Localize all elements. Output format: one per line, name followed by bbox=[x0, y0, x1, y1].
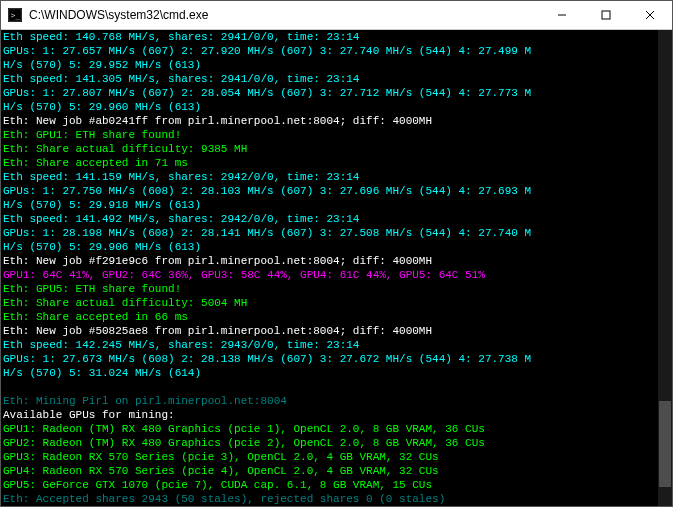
console-line: Eth speed: 141.492 MH/s, shares: 2942/0/… bbox=[3, 212, 658, 226]
titlebar[interactable]: >_ C:\WINDOWS\system32\cmd.exe bbox=[1, 1, 672, 30]
close-button[interactable] bbox=[628, 1, 672, 29]
maximize-button[interactable] bbox=[584, 1, 628, 29]
console-line: GPU1: Radeon (TM) RX 480 Graphics (pcie … bbox=[3, 422, 658, 436]
console-line: Eth: New job #ab0241ff from pirl.minerpo… bbox=[3, 114, 658, 128]
console-line: Available GPUs for mining: bbox=[3, 408, 658, 422]
console-line: Eth: Accepted shares 2943 (50 stales), r… bbox=[3, 492, 658, 506]
console-line: Eth: New job #50825ae8 from pirl.minerpo… bbox=[3, 324, 658, 338]
cmd-icon: >_ bbox=[7, 7, 23, 23]
console-line: GPUs: 1: 27.750 MH/s (608) 2: 28.103 MH/… bbox=[3, 184, 658, 198]
console-line: GPUs: 1: 27.657 MH/s (607) 2: 27.920 MH/… bbox=[3, 44, 658, 58]
console-line: GPU1: 64C 41%, GPU2: 64C 36%, GPU3: 58C … bbox=[3, 268, 658, 282]
console-line: H/s (570) 5: 31.024 MH/s (614) bbox=[3, 366, 658, 380]
svg-text:>_: >_ bbox=[11, 11, 21, 20]
console-line: Eth: Share accepted in 71 ms bbox=[3, 156, 658, 170]
console-line: GPU2: Radeon (TM) RX 480 Graphics (pcie … bbox=[3, 436, 658, 450]
console-line: GPUs: 1: 28.198 MH/s (608) 2: 28.141 MH/… bbox=[3, 226, 658, 240]
console-line: GPU4: Radeon RX 570 Series (pcie 4), Ope… bbox=[3, 464, 658, 478]
console-line: Eth: Share actual difficulty: 9385 MH bbox=[3, 142, 658, 156]
maximize-icon bbox=[601, 10, 611, 20]
console-line: Eth speed: 142.245 MH/s, shares: 2943/0/… bbox=[3, 338, 658, 352]
minimize-icon bbox=[557, 10, 567, 20]
console-line: H/s (570) 5: 29.918 MH/s (613) bbox=[3, 198, 658, 212]
scrollbar-thumb[interactable] bbox=[659, 401, 671, 487]
console-line: GPU3: Radeon RX 570 Series (pcie 3), Ope… bbox=[3, 450, 658, 464]
minimize-button[interactable] bbox=[540, 1, 584, 29]
console-line: Eth: New job #f291e9c6 from pirl.minerpo… bbox=[3, 254, 658, 268]
console-area[interactable]: Eth speed: 140.768 MH/s, shares: 2941/0/… bbox=[1, 30, 672, 506]
console-line: Eth speed: 140.768 MH/s, shares: 2941/0/… bbox=[3, 30, 658, 44]
console-line: GPU5: GeForce GTX 1070 (pcie 7), CUDA ca… bbox=[3, 478, 658, 492]
console-line: Eth speed: 141.305 MH/s, shares: 2941/0/… bbox=[3, 72, 658, 86]
console-line: GPUs: 1: 27.673 MH/s (608) 2: 28.138 MH/… bbox=[3, 352, 658, 366]
svg-rect-4 bbox=[602, 11, 610, 19]
close-icon bbox=[645, 10, 655, 20]
console-line: Eth: Share accepted in 66 ms bbox=[3, 310, 658, 324]
console-line bbox=[3, 380, 658, 394]
console-line: H/s (570) 5: 29.960 MH/s (613) bbox=[3, 100, 658, 114]
console-line: Eth: Mining Pirl on pirl.minerpool.net:8… bbox=[3, 394, 658, 408]
console-line: Eth speed: 141.159 MH/s, shares: 2942/0/… bbox=[3, 170, 658, 184]
console-line: Eth: GPU5: ETH share found! bbox=[3, 282, 658, 296]
console-line: Eth: GPU1: ETH share found! bbox=[3, 128, 658, 142]
console-line: H/s (570) 5: 29.906 MH/s (613) bbox=[3, 240, 658, 254]
scrollbar[interactable] bbox=[658, 30, 672, 506]
window-title: C:\WINDOWS\system32\cmd.exe bbox=[29, 8, 540, 22]
cmd-window: >_ C:\WINDOWS\system32\cmd.exe Eth speed… bbox=[0, 0, 673, 507]
console-line: Eth: Share actual difficulty: 5004 MH bbox=[3, 296, 658, 310]
console-text: Eth speed: 140.768 MH/s, shares: 2941/0/… bbox=[3, 30, 658, 506]
console-line: GPUs: 1: 27.807 MH/s (607) 2: 28.054 MH/… bbox=[3, 86, 658, 100]
console-line: H/s (570) 5: 29.952 MH/s (613) bbox=[3, 58, 658, 72]
